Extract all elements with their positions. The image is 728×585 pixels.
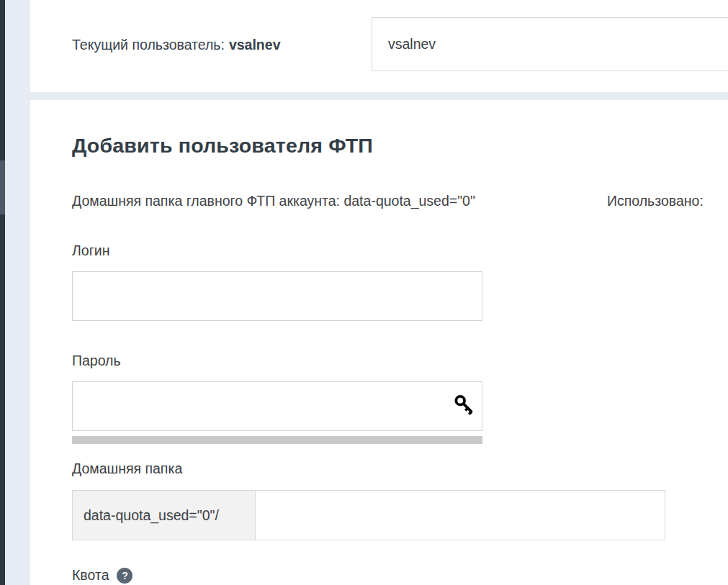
login-input[interactable]	[72, 271, 482, 321]
password-label: Пароль	[72, 353, 121, 369]
login-label: Логин	[72, 242, 109, 259]
quota-help-icon[interactable]: ?	[117, 568, 132, 584]
current-user-name: vsalnev	[229, 37, 281, 53]
quota-row: Квота ?	[72, 567, 132, 584]
ftp-add-user-page: Текущий пользователь:vsalnev Добавить по…	[0, 0, 728, 585]
home-folder-group: data-quota_used="0"/	[72, 490, 665, 540]
key-icon	[453, 393, 477, 419]
current-user-line: Текущий пользователь:vsalnev	[72, 37, 280, 53]
home-folder-input[interactable]	[255, 490, 665, 540]
home-folder-info-text: Домашняя папка главного ФТП аккаунта: da…	[72, 193, 475, 209]
home-folder-info-line: Домашняя папка главного ФТП аккаунта: da…	[72, 193, 728, 210]
sidebar-edge	[0, 0, 5, 585]
left-gutter-panel	[5, 0, 30, 585]
page-title: Добавить пользователя ФТП	[72, 134, 373, 158]
header-content-divider	[30, 92, 728, 100]
home-folder-prefix: data-quota_used="0"/	[72, 490, 256, 540]
current-user-label: Текущий пользователь:	[72, 37, 225, 53]
quota-used-label: Использовано:	[607, 193, 704, 209]
password-strength-meter	[72, 436, 482, 444]
current-user-input[interactable]	[372, 17, 728, 71]
generate-password-button[interactable]	[451, 391, 480, 420]
password-input[interactable]	[72, 381, 482, 431]
sidebar-scrollbar-thumb[interactable]	[0, 160, 5, 214]
home-folder-label: Домашняя папка	[72, 461, 182, 477]
quota-label: Квота	[72, 567, 109, 584]
